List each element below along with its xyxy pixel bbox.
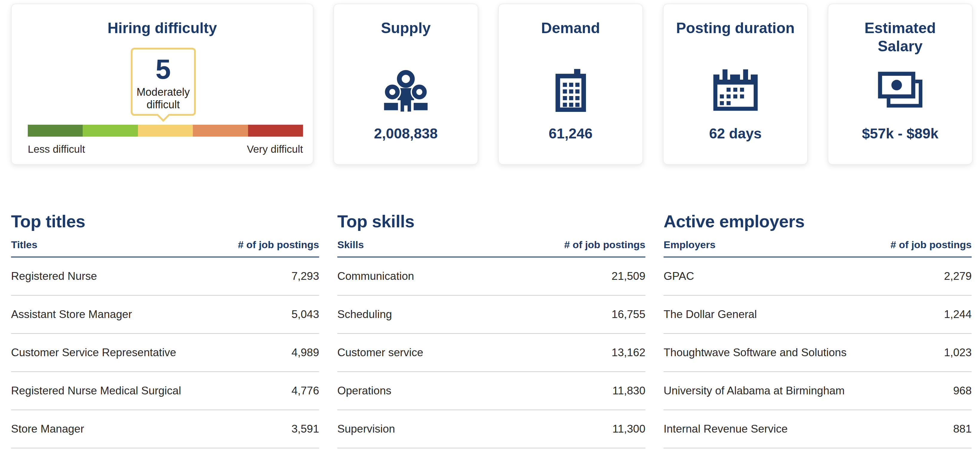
table-row: Customer Service Representative 4,989 (11, 334, 319, 372)
row-label: Internal Revenue Service (663, 423, 788, 435)
row-value: 881 (953, 423, 972, 435)
column-header-count: # of job postings (891, 239, 972, 251)
scale-segment-5 (248, 125, 303, 136)
tables-section: Top titles Titles # of job postings Regi… (11, 211, 980, 449)
row-value: 3,591 (291, 423, 319, 435)
difficulty-score: 5 (132, 55, 194, 83)
row-label: Customer Service Representative (11, 346, 176, 359)
building-icon (499, 66, 643, 113)
row-value: 2,279 (944, 270, 972, 282)
table-header: Employers # of job postings (663, 239, 972, 257)
column-header-employers: Employers (663, 239, 716, 251)
row-label: University of Alabama at Birmingham (663, 385, 845, 397)
scale-segment-3 (138, 125, 193, 136)
top-skills-heading: Top skills (337, 211, 645, 231)
table-row: Registered Nurse Medical Surgical 4,776 (11, 372, 319, 410)
supply-value: 2,008,838 (334, 125, 477, 142)
row-value: 4,989 (291, 346, 319, 359)
row-value: 968 (953, 385, 972, 397)
table-row: Customer service 13,162 (337, 334, 645, 372)
column-header-count: # of job postings (238, 239, 319, 251)
column-header-titles: Titles (11, 239, 37, 251)
row-label: Operations (337, 385, 391, 397)
difficulty-scale-labels: Less difficult Very difficult (28, 143, 303, 155)
top-titles-heading: Top titles (11, 211, 319, 231)
table-row: The Dollar General 1,244 (663, 296, 972, 334)
table-row: Thoughtwave Software and Solutions 1,023 (663, 334, 972, 372)
posting-duration-value: 62 days (663, 125, 807, 142)
column-header-count: # of job postings (564, 239, 645, 251)
table-header: Titles # of job postings (11, 239, 319, 257)
table-row: Assistant Store Manager 5,043 (11, 296, 319, 334)
row-value: 4,776 (291, 385, 319, 397)
cash-icon (828, 66, 972, 113)
difficulty-pointer-zone: 5 Moderately difficult (28, 48, 303, 119)
column-header-skills: Skills (337, 239, 364, 251)
row-label: Customer service (337, 346, 423, 359)
table-row: Internal Revenue Service 881 (663, 410, 972, 449)
row-value: 21,509 (612, 270, 645, 282)
row-label: Registered Nurse (11, 270, 97, 282)
demand-card: Demand 61,246 (498, 3, 643, 165)
row-value: 13,162 (612, 346, 645, 359)
row-value: 1,244 (944, 308, 972, 321)
row-label: Supervision (337, 423, 395, 435)
table-row: Communication 21,509 (337, 257, 645, 296)
row-value: 16,755 (612, 308, 645, 321)
table-row: Scheduling 16,755 (337, 296, 645, 334)
active-employers-heading: Active employers (663, 211, 972, 231)
active-employers-table: Active employers Employers # of job post… (663, 211, 972, 449)
row-value: 11,300 (612, 423, 645, 435)
hiring-difficulty-title: Hiring difficulty (12, 19, 313, 37)
posting-duration-card: Posting duration 62 days (663, 3, 808, 165)
calendar-icon (663, 66, 807, 113)
estimated-salary-card: Estimated Salary $57k - $89k (828, 3, 972, 165)
people-icon (334, 66, 477, 113)
scale-right-label: Very difficult (247, 143, 303, 155)
difficulty-score-tooltip: 5 Moderately difficult (131, 48, 196, 116)
demand-title: Demand (499, 19, 643, 37)
row-value: 11,830 (612, 385, 645, 397)
table-row: Store Manager 3,591 (11, 410, 319, 449)
summary-cards-row: Hiring difficulty 5 Moderately difficult… (0, 0, 980, 165)
difficulty-scale-bar (28, 125, 303, 136)
scale-left-label: Less difficult (28, 143, 85, 155)
supply-title: Supply (334, 19, 477, 37)
row-label: GPAC (663, 270, 694, 282)
table-row: University of Alabama at Birmingham 968 (663, 372, 972, 410)
posting-duration-title: Posting duration (663, 19, 807, 37)
scale-segment-2 (83, 125, 138, 136)
row-value: 1,023 (944, 346, 972, 359)
row-label: Scheduling (337, 308, 392, 321)
row-label: Store Manager (11, 423, 84, 435)
scale-segment-1 (28, 125, 83, 136)
top-titles-table: Top titles Titles # of job postings Regi… (11, 211, 319, 449)
table-row: GPAC 2,279 (663, 257, 972, 296)
row-label: Communication (337, 270, 414, 282)
hiring-difficulty-card: Hiring difficulty 5 Moderately difficult… (11, 3, 313, 165)
estimated-salary-title: Estimated Salary (828, 19, 972, 55)
difficulty-score-label: Moderately difficult (132, 86, 194, 111)
demand-value: 61,246 (499, 125, 643, 142)
table-header: Skills # of job postings (337, 239, 645, 257)
row-label: Assistant Store Manager (11, 308, 132, 321)
estimated-salary-value: $57k - $89k (828, 125, 972, 142)
top-skills-table: Top skills Skills # of job postings Comm… (337, 211, 645, 449)
row-label: Registered Nurse Medical Surgical (11, 385, 181, 397)
row-value: 5,043 (291, 308, 319, 321)
row-label: The Dollar General (663, 308, 757, 321)
row-label: Thoughtwave Software and Solutions (663, 346, 846, 359)
row-value: 7,293 (291, 270, 319, 282)
scale-segment-4 (193, 125, 248, 136)
table-row: Registered Nurse 7,293 (11, 257, 319, 296)
table-row: Operations 11,830 (337, 372, 645, 410)
supply-card: Supply 2,008,838 (333, 3, 478, 165)
table-row: Supervision 11,300 (337, 410, 645, 449)
